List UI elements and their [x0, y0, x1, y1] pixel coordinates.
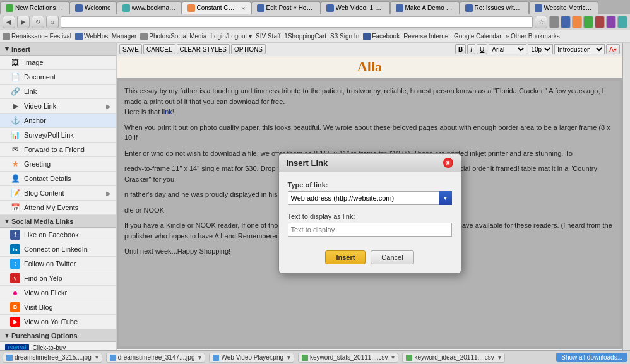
tab-website-metrics[interactable]: Website Metrics... — [529, 1, 598, 14]
survey-icon: 📊 — [10, 130, 20, 140]
sidebar-item-image[interactable]: 🖼 Image — [0, 56, 116, 70]
twitter-icon: t — [10, 259, 20, 269]
nav-icon-4[interactable] — [583, 16, 593, 28]
sidebar-item-survey[interactable]: 📊 Survey/Poll Link — [0, 128, 116, 143]
bookmark-photos[interactable]: Photos/Social Media — [140, 33, 206, 40]
nav-icon-1[interactable] — [549, 16, 559, 28]
modal-close-button[interactable]: × — [443, 158, 453, 168]
sidebar-item-forward[interactable]: ✉ Forward to a Friend — [0, 143, 116, 157]
status-file-1[interactable]: dreamstimefree_3215....jpg ▾ — [3, 353, 102, 363]
clear-styles-button[interactable]: CLEAR STYLES — [177, 44, 230, 54]
tab-favicon — [6, 4, 13, 12]
bookmark-shopping[interactable]: 1ShoppingCart — [284, 33, 326, 40]
cancel-link-button[interactable]: Cancel — [371, 250, 413, 264]
status-file-3[interactable]: Web Video Player.png ▾ — [209, 353, 294, 363]
tab-make-demo[interactable]: Make A Demo Vi... — [390, 1, 460, 14]
sidebar-item-blog-social[interactable]: B Visit Blog — [0, 300, 116, 315]
sidebar-section-insert[interactable]: ▾ Insert — [0, 43, 116, 56]
type-of-link-select[interactable]: Web address (http://website.com) Email a… — [288, 191, 452, 205]
right-scrollbar[interactable] — [622, 43, 630, 351]
content-wrapper: This essay by my father is a touching an… — [117, 78, 622, 349]
link-icon: 🔗 — [10, 86, 20, 97]
forward-button[interactable]: ▶ — [17, 16, 30, 28]
bookmark-siv[interactable]: SIV Staff — [256, 33, 280, 40]
flickr-icon: ● — [10, 288, 20, 298]
csv-icon — [302, 355, 308, 361]
forward-icon: ✉ — [10, 144, 20, 155]
nav-icon-7[interactable] — [617, 16, 627, 28]
blog-social-icon: B — [10, 302, 20, 312]
sidebar-item-blog[interactable]: 📝 Blog Content ▶ — [0, 186, 116, 201]
tab-favicon — [326, 4, 334, 12]
back-button[interactable]: ◀ — [3, 16, 15, 28]
status-file-5[interactable]: keyword_ideas_20111....csv ▾ — [402, 353, 504, 363]
sidebar-item-twitter-social[interactable]: t Follow on Twitter — [0, 257, 116, 271]
sidebar-item-youtube-social[interactable]: ▶ View on YouTube — [0, 315, 116, 329]
nav-icon-5[interactable] — [595, 16, 605, 28]
nav-icon-6[interactable] — [606, 16, 616, 28]
tab-welcome[interactable]: Welcome — [69, 1, 117, 14]
bookmark-star[interactable]: ☆ — [535, 16, 547, 28]
home-button[interactable]: ⌂ — [46, 16, 59, 28]
bookmark-facebook[interactable]: Facebook — [363, 33, 400, 40]
italic-button[interactable]: I — [467, 44, 475, 54]
tab-bookmarke[interactable]: www.bookmarke... — [117, 1, 182, 14]
youtube-icon: ▶ — [10, 317, 20, 327]
tab-constant-contact[interactable]: Constant Contact × — [182, 1, 251, 14]
sidebar-item-events[interactable]: 📅 Attend My Events — [0, 201, 116, 215]
modal-title: Insert Link — [287, 158, 328, 168]
sidebar-item-facebook-social[interactable]: f Like on Facebook — [0, 228, 116, 242]
tab-close-icon[interactable]: × — [241, 4, 245, 12]
show-all-downloads-button[interactable]: Show all downloads... — [556, 353, 627, 362]
save-button[interactable]: SAVE — [119, 44, 142, 54]
font-family-select[interactable]: Arial — [489, 44, 526, 54]
sidebar-section-purchasing[interactable]: ▾ Purchasing Options — [0, 329, 116, 342]
bookmark-s3[interactable]: S3 Sign In — [330, 33, 359, 40]
content-area: SAVE CANCEL CLEAR STYLES OPTIONS B I U A… — [117, 43, 622, 351]
status-file-4[interactable]: keyword_stats_20111....csv ▾ — [298, 353, 398, 363]
tab-new-relationship[interactable]: New Relationship... — [0, 1, 69, 14]
tab-web-video[interactable]: Web Video: 1 Po... — [321, 1, 390, 14]
sidebar-item-greeting[interactable]: ★ Greeting — [0, 157, 116, 172]
text-color-button[interactable]: A▾ — [606, 44, 620, 54]
bookmark-icon — [140, 33, 148, 40]
reload-button[interactable]: ↻ — [32, 16, 44, 28]
bookmark-calendar[interactable]: Google Calendar — [454, 33, 502, 40]
options-button[interactable]: OPTIONS — [231, 44, 266, 54]
font-size-select[interactable]: 10pt — [528, 44, 553, 54]
sidebar-item-anchor[interactable]: ⚓ Anchor — [0, 114, 116, 128]
sidebar-item-flickr-social[interactable]: ● View on Flickr — [0, 286, 116, 300]
greeting-icon: ★ — [10, 159, 20, 169]
tab-re-issues[interactable]: Re: Issues with ... — [460, 1, 529, 14]
sidebar-item-contact[interactable]: 👤 Contact Details — [0, 172, 116, 186]
bookmark-renaissance[interactable]: Renaissance Festival — [3, 33, 71, 40]
sidebar-item-document[interactable]: 📄 Document — [0, 70, 116, 85]
bookmark-other[interactable]: » Other Bookmarks — [506, 33, 560, 40]
text-to-display-label: Text to display as link: — [288, 213, 452, 220]
sidebar-item-yelp-social[interactable]: y Find on Yelp — [0, 271, 116, 286]
facebook-icon: f — [10, 230, 20, 240]
document-icon: 📄 — [10, 72, 20, 82]
url-bar[interactable]: https://ui.constantcontact.com/rnavmap/e… — [61, 16, 533, 28]
bookmark-icon — [3, 33, 10, 40]
sidebar-section-social[interactable]: ▾ Social Media Links — [0, 215, 116, 228]
bookmark-login[interactable]: Login/Logout ▾ — [210, 33, 252, 40]
status-file-2[interactable]: dreamstimefree_3147....jpg ▾ — [106, 353, 206, 363]
underline-button[interactable]: U — [477, 44, 487, 54]
tab-edit-post[interactable]: Edit Post « How T... — [251, 1, 321, 14]
nav-icon-3[interactable] — [572, 16, 582, 28]
sidebar-item-linkedin-social[interactable]: in Connect on LinkedIn — [0, 242, 116, 257]
insert-button[interactable]: Insert — [325, 250, 366, 264]
cancel-button[interactable]: CANCEL — [143, 44, 175, 54]
modal-body: Type of link: Web address (http://websit… — [279, 172, 461, 245]
nav-icon-2[interactable] — [561, 16, 571, 28]
format-select[interactable]: Introduction — [554, 44, 605, 54]
bookmark-icon — [363, 33, 371, 40]
bookmark-webhost[interactable]: WebHost Manager — [75, 33, 136, 40]
bookmark-reverse[interactable]: Reverse Internet — [403, 33, 450, 40]
tab-favicon — [75, 4, 83, 12]
sidebar-item-video-link[interactable]: ▶ Video Link ▶ — [0, 99, 116, 114]
text-to-display-input[interactable] — [288, 223, 452, 237]
bold-button[interactable]: B — [455, 44, 466, 54]
sidebar-item-link[interactable]: 🔗 Link — [0, 85, 116, 99]
